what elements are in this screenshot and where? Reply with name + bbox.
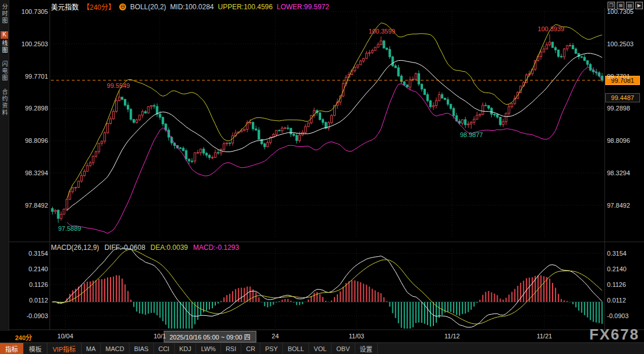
toolbar-tab-templates[interactable]: 模板 [24, 343, 47, 354]
main-axis-tick-left: 100.7305 [17, 8, 48, 15]
time-tooltip: 2025/10/16 05:00 ~ 09:00 四 [164, 331, 256, 342]
price-annotation: 100.3599 [369, 28, 395, 35]
macd-dea-value: DEA:0.0039 [150, 244, 188, 252]
sidebar-tab-kline-chart[interactable]: K线图 [0, 31, 9, 54]
indicator-button-boll[interactable]: BOLL [283, 343, 309, 354]
main-axis-tick-left: 100.2503 [17, 40, 48, 47]
main-axis-tick-right: 100.7305 [607, 8, 634, 15]
indicator-button-cr[interactable]: CR [241, 343, 260, 354]
main-axis-tick-right: 99.2898 [607, 105, 630, 112]
settings-button[interactable]: 设置 [355, 343, 378, 354]
period-label[interactable]: 240分 [15, 333, 32, 342]
indicator-button-rsi[interactable]: RSI [221, 343, 241, 354]
time-tick: 10/04 [54, 333, 77, 340]
macd-axis-tick-right: 0.0112 [607, 297, 626, 304]
expand-icon[interactable]: ▶ [635, 2, 643, 9]
price-annotation: 100.3939 [538, 25, 564, 32]
sidebar-tab-contract-info[interactable]: 合约资料 [0, 89, 9, 116]
macd-header: MACD(26,12,9) DIFF:-0.0608 DEA:0.0039 MA… [51, 244, 239, 252]
main-axis-tick-right: 99.7701 [607, 73, 630, 80]
toolbar-tab-indicators[interactable]: 指标 [0, 343, 24, 354]
main-axis-tick-left: 98.3294 [17, 169, 48, 176]
main-axis-tick-right: 98.8096 [607, 137, 630, 144]
time-tick: 11/21 [533, 333, 556, 340]
macd-axis-tick-left: 0.3154 [17, 250, 48, 257]
time-tick: 11/12 [440, 333, 463, 340]
bottom-toolbar: 指标模板VIP指标MAMACDBIASCCIKDJLW%RSICRPSYBOLL… [0, 342, 644, 354]
indicator-button-vol[interactable]: VOL [309, 343, 332, 354]
chart-header: 美元指数 【240分】 ⊖ BOLL(20,2) MID:100.0284 UP… [51, 2, 329, 12]
price-annotation: 98.9877 [460, 131, 483, 138]
main-axis-tick-right: 98.3294 [607, 169, 630, 176]
price-annotation: 99.5549 [107, 82, 130, 89]
macd-axis-tick-right: 0.1126 [607, 281, 626, 288]
main-axis-tick-left: 98.8096 [17, 137, 48, 144]
chart-canvas[interactable]: 97.588999.5549100.359998.9877100.3939 [0, 0, 644, 354]
time-tick: 24 [264, 333, 287, 340]
sidebar-tab-time-chart[interactable]: 分时图 [0, 3, 9, 24]
indicator-button-ma[interactable]: MA [82, 343, 101, 354]
macd-axis-tick-left: 0.2140 [17, 266, 48, 272]
macd-diff-value: DIFF:-0.0608 [104, 244, 145, 252]
boll-label: BOLL(20,2) [130, 3, 166, 11]
main-axis-tick-right: 100.2503 [607, 40, 634, 47]
boll-upper-value: UPPER:100.4596 [218, 3, 273, 11]
macd-axis-tick-left: 0.1126 [17, 281, 48, 288]
grid-layer [0, 8, 644, 330]
indicator-button-cci[interactable]: CCI [154, 343, 175, 354]
main-axis-tick-right: 97.8492 [607, 202, 630, 209]
indicator-button-psy[interactable]: PSY [260, 343, 283, 354]
time-tick: 10/1 [148, 333, 171, 340]
main-axis-tick-left: 99.7701 [17, 73, 48, 80]
indicator-collapse-icon[interactable]: ⊖ [119, 3, 126, 10]
period-tag[interactable]: 【240分】 [83, 2, 115, 12]
instrument-title: 美元指数 [51, 2, 79, 12]
candles-layer [51, 34, 603, 223]
secondary-price-tag: 99.4487 [605, 93, 640, 102]
indicator-button-obv[interactable]: OBV [332, 343, 355, 354]
time-tick: 11/03 [345, 333, 368, 340]
indicator-button-macd[interactable]: MACD [101, 343, 129, 354]
boll-layer [67, 23, 602, 234]
left-sidebar: 分时图K线图闪电图合约资料 [0, 0, 9, 331]
macd-axis-tick-right: -0.0903 [607, 312, 628, 319]
macd-axis-tick-left: 0.0112 [17, 297, 48, 304]
sidebar-tab-flash-chart[interactable]: 闪电图 [0, 61, 9, 82]
main-axis-tick-left: 97.8492 [17, 202, 48, 209]
macd-macd-value: MACD:-0.1293 [193, 244, 239, 252]
price-annotation: 97.5889 [58, 225, 81, 232]
overlay-layer: 97.588999.5549100.359998.9877100.3939 [51, 25, 603, 232]
macd-layer [53, 249, 602, 329]
macd-axis-tick-right: 0.2140 [607, 266, 627, 272]
indicator-button-bias[interactable]: BIAS [130, 343, 154, 354]
indicator-button-lw[interactable]: LW% [196, 343, 220, 354]
boll-mid-value: MID:100.0284 [170, 3, 214, 11]
toolbar-tab-vip-indicators[interactable]: VIP指标 [47, 343, 82, 354]
boll-lower-value: LOWER:99.5972 [277, 3, 329, 11]
macd-axis-tick-left: -0.0903 [17, 312, 48, 319]
watermark: FX678 [589, 326, 639, 344]
macd-label: MACD(26,12,9) [51, 244, 99, 252]
indicator-button-kdj[interactable]: KDJ [175, 343, 197, 354]
macd-axis-tick-right: 0.3154 [607, 250, 627, 257]
main-axis-tick-left: 99.2898 [17, 105, 48, 112]
